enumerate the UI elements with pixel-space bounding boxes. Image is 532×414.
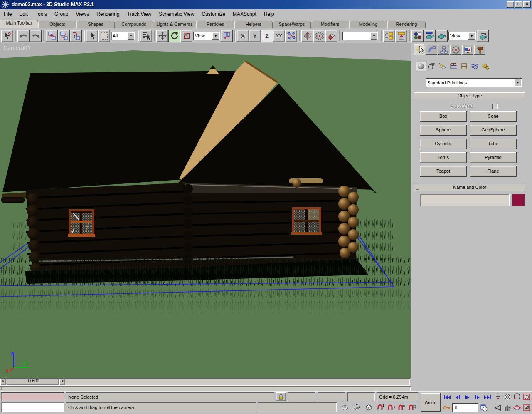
select-and-scale-button[interactable] xyxy=(180,30,192,42)
select-and-rotate-button[interactable] xyxy=(168,30,180,42)
truck-camera-button[interactable] xyxy=(502,403,512,413)
combo-arrow-icon[interactable]: ▼ xyxy=(128,32,134,40)
object-type-pyramid-button[interactable]: Pyramid xyxy=(470,152,517,163)
object-type-geosphere-button[interactable]: GeoSphere xyxy=(470,125,517,136)
spinner-snap-button[interactable] xyxy=(407,403,417,412)
object-type-box-button[interactable]: Box xyxy=(420,111,467,122)
redo-button[interactable] xyxy=(30,30,42,42)
menu-group[interactable]: Group xyxy=(51,10,72,18)
key-mode-toggle[interactable] xyxy=(442,403,451,412)
tab-helpers[interactable]: Helpers xyxy=(234,21,273,28)
time-configuration-button[interactable] xyxy=(479,403,489,412)
create-geometry-button[interactable] xyxy=(416,62,426,71)
panel-tab-utilities[interactable] xyxy=(474,45,485,55)
ik-toggle-button[interactable] xyxy=(285,30,297,42)
restrict-z-button[interactable]: Z xyxy=(261,30,273,42)
object-type-cylinder-button[interactable]: Cylinder xyxy=(420,139,467,149)
goto-end-button[interactable] xyxy=(483,393,492,402)
panel-tab-display[interactable] xyxy=(462,45,473,55)
selection-lock-toggle[interactable] xyxy=(276,392,286,401)
create-spacewarps-button[interactable] xyxy=(470,62,480,71)
primitive-category-combo[interactable]: Standard Primitives ▼ xyxy=(426,78,522,87)
object-color-swatch[interactable] xyxy=(512,194,525,206)
create-shapes-button[interactable] xyxy=(426,62,437,71)
object-type-teapot-button[interactable]: Teapot xyxy=(420,166,467,177)
bind-to-spacewarp-button[interactable] xyxy=(70,30,82,42)
open-track-view-button[interactable] xyxy=(383,30,395,42)
named-selection-sets-combo[interactable]: ▼ xyxy=(342,32,378,40)
restrict-x-button[interactable]: X xyxy=(237,30,249,42)
tab-main-toolbar[interactable]: Main Toolbar xyxy=(0,20,38,28)
select-and-move-button[interactable] xyxy=(156,30,168,42)
field-of-view-button[interactable] xyxy=(493,403,502,413)
select-object-button[interactable] xyxy=(86,30,98,42)
dolly-camera-button[interactable] xyxy=(493,392,502,402)
orbit-camera-button[interactable] xyxy=(512,403,522,413)
degradation-override-button[interactable] xyxy=(340,403,350,412)
rectangular-selection-region-button[interactable] xyxy=(98,30,110,42)
tab-modifiers[interactable]: Modifiers xyxy=(311,21,349,28)
unlink-button[interactable] xyxy=(58,30,70,42)
mirror-button[interactable] xyxy=(301,30,313,42)
material-editor-button[interactable] xyxy=(411,30,424,42)
camera-viewport[interactable]: z y x Camera01 xyxy=(0,43,411,378)
restrict-xy-plane-button[interactable]: XY xyxy=(273,30,285,42)
restrict-y-button[interactable]: Y xyxy=(249,30,261,42)
menu-edit[interactable]: Edit xyxy=(15,10,32,18)
object-type-torus-button[interactable]: Torus xyxy=(420,152,467,163)
menu-views[interactable]: Views xyxy=(72,10,93,18)
tab-rendering[interactable]: Rendering xyxy=(387,21,426,28)
maxscript-mini-listener-pink[interactable] xyxy=(1,392,64,401)
render-type-combo[interactable]: View ▼ xyxy=(448,32,476,40)
play-button[interactable] xyxy=(463,393,472,402)
align-button[interactable] xyxy=(325,30,337,42)
tab-compounds[interactable]: Compounds xyxy=(115,21,153,28)
panel-tab-hierarchy[interactable] xyxy=(438,45,449,55)
animate-toggle-button[interactable]: Anim. xyxy=(421,393,441,412)
zoom-extents-button[interactable] xyxy=(502,392,512,402)
object-type-sphere-button[interactable]: Sphere xyxy=(420,125,467,136)
close-button[interactable]: × xyxy=(523,1,531,8)
object-type-plane-button[interactable]: Plane xyxy=(470,166,517,177)
tab-shapes[interactable]: Shapes xyxy=(76,21,115,28)
selection-filter-combo[interactable]: All ▼ xyxy=(111,32,135,40)
time-slider-prev-button[interactable]: < xyxy=(0,379,6,385)
quick-render-button[interactable] xyxy=(477,30,489,42)
snap-3d-button[interactable]: 3 xyxy=(376,403,386,412)
snap-toggle-3d-button[interactable] xyxy=(363,402,374,412)
angle-snap-button[interactable] xyxy=(387,403,397,412)
menu-tools[interactable]: Tools xyxy=(32,10,51,18)
rollout-header-name-color[interactable]: _ Name and Color xyxy=(414,184,525,191)
reference-coordinate-system-combo[interactable]: View ▼ xyxy=(193,32,220,40)
select-and-link-button[interactable] xyxy=(46,30,58,42)
object-type-cone-button[interactable]: Cone xyxy=(470,111,517,122)
help-mode-button[interactable]: ? xyxy=(1,30,13,42)
maximize-button[interactable]: □ xyxy=(515,1,522,8)
menu-schematic-view[interactable]: Schematic View xyxy=(155,10,198,18)
create-lights-button[interactable] xyxy=(437,62,448,71)
array-button[interactable] xyxy=(313,30,325,42)
menu-maxscript[interactable]: MAXScript xyxy=(229,10,260,18)
percent-snap-button[interactable]: % xyxy=(397,403,406,412)
open-schematic-view-button[interactable] xyxy=(395,30,407,42)
rollout-header-object-type[interactable]: _ Object Type xyxy=(414,92,525,99)
roll-camera-button[interactable] xyxy=(512,392,522,402)
maxscript-mini-listener-white[interactable] xyxy=(1,402,64,412)
menu-rendering[interactable]: Rendering xyxy=(93,10,123,18)
tab-objects[interactable]: Objects xyxy=(38,21,76,28)
menu-customize[interactable]: Customize xyxy=(198,10,229,18)
tab-particles[interactable]: Particles xyxy=(196,21,234,28)
previous-frame-button[interactable] xyxy=(453,393,462,402)
combo-arrow-icon[interactable]: ▼ xyxy=(468,32,475,40)
coordinate-y-field[interactable] xyxy=(318,392,345,401)
time-slider-thumb[interactable]: 0 / 600 xyxy=(7,379,59,385)
tab-spacewarps[interactable]: SpaceWarps xyxy=(273,21,311,28)
title-bar[interactable]: demo02.max - 3D Studio MAX R3.1 _ □ × xyxy=(0,0,532,9)
menu-help[interactable]: Help xyxy=(260,10,278,18)
current-frame-field[interactable]: 0 xyxy=(452,403,478,412)
min-max-toggle-button[interactable] xyxy=(522,403,531,413)
minimize-button[interactable]: _ xyxy=(507,1,514,8)
crossing-selection-button[interactable] xyxy=(352,403,362,412)
tab-modeling[interactable]: Modeling xyxy=(349,21,387,28)
undo-button[interactable] xyxy=(17,30,30,42)
